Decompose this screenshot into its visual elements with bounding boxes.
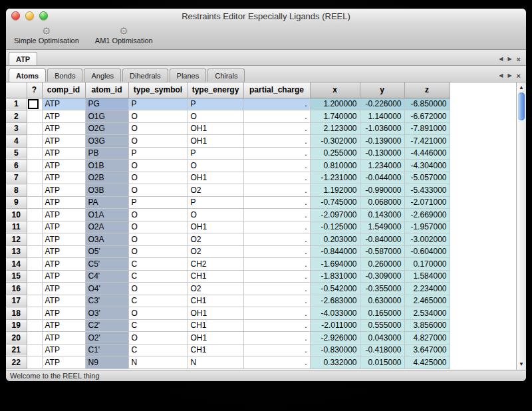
table-row[interactable]: 6 ATP O1B O O . 0.810000 1.234000 -4.304… (6, 160, 450, 172)
table-row[interactable]: 1 ATP PG P P . 1.200000 -0.226000 -6.850… (6, 98, 450, 110)
y-cell[interactable]: 0.143000 (360, 209, 404, 221)
check-cell[interactable] (27, 147, 42, 160)
z-cell[interactable]: 0.170000 (404, 258, 450, 271)
y-cell[interactable]: -0.044000 (360, 172, 404, 184)
y-cell[interactable]: -0.990000 (360, 184, 404, 197)
row-number-cell[interactable]: 14 (6, 258, 27, 271)
z-cell[interactable]: 4.827000 (404, 332, 450, 344)
row-number-cell[interactable]: 15 (6, 270, 27, 283)
atom-id-cell[interactable]: O5' (85, 245, 128, 258)
partial-charge-cell[interactable]: . (243, 196, 310, 209)
check-cell[interactable] (27, 270, 42, 283)
col-header-y[interactable]: y (360, 82, 404, 98)
check-cell[interactable] (27, 184, 42, 197)
type-energy-cell[interactable]: OH1 (188, 172, 243, 184)
col-header-x[interactable]: x (310, 82, 360, 98)
check-cell[interactable] (27, 283, 42, 295)
table-row[interactable]: 8 ATP O3B O O2 . 1.192000 -0.990000 -5.4… (6, 184, 450, 197)
row-number-cell[interactable]: 21 (6, 344, 27, 356)
check-cell[interactable] (27, 233, 42, 246)
comp-id-cell[interactable]: ATP (42, 245, 85, 258)
type-energy-cell[interactable]: O2 (188, 283, 243, 295)
y-cell[interactable]: -0.139000 (360, 135, 404, 148)
type-symbol-cell[interactable]: O (128, 135, 188, 148)
y-cell[interactable]: 1.140000 (360, 110, 404, 123)
x-cell[interactable]: 1.740000 (310, 110, 360, 123)
z-cell[interactable]: 3.856000 (404, 319, 450, 332)
row-number-cell[interactable]: 12 (6, 233, 27, 246)
type-symbol-cell[interactable]: O (128, 245, 188, 258)
atom-id-cell[interactable]: C3' (85, 295, 128, 307)
y-cell[interactable]: 0.260000 (360, 258, 404, 271)
partial-charge-cell[interactable]: . (243, 184, 310, 197)
atom-id-cell[interactable]: O2' (85, 332, 128, 344)
type-symbol-cell[interactable]: O (128, 283, 188, 295)
type-symbol-cell[interactable]: O (128, 233, 188, 246)
x-cell[interactable]: 0.203000 (310, 233, 360, 246)
table-row[interactable]: 21 ATP C1' C CH1 . -0.830000 -0.418000 3… (6, 344, 450, 356)
y-cell[interactable]: -0.226000 (360, 98, 404, 110)
z-cell[interactable]: -2.071000 (404, 196, 450, 209)
row-number-cell[interactable]: 13 (6, 245, 27, 258)
z-cell[interactable]: -5.057000 (404, 172, 450, 184)
row-number-cell[interactable]: 20 (6, 332, 27, 344)
partial-charge-cell[interactable]: . (243, 147, 310, 160)
table-row[interactable]: 13 ATP O5' O O2 . -0.844000 -0.587000 -0… (6, 245, 450, 258)
comp-id-cell[interactable]: ATP (42, 344, 85, 356)
table-row[interactable]: 2 ATP O1G O O . 1.740000 1.140000 -6.672… (6, 110, 450, 123)
col-header-atom-id[interactable]: atom_id (85, 82, 128, 98)
atom-id-cell[interactable]: O1A (85, 209, 128, 221)
z-cell[interactable]: 2.465000 (404, 295, 450, 307)
table-row[interactable]: 17 ATP C3' C CH1 . -2.683000 0.630000 2.… (6, 295, 450, 307)
tab-scroll-left-icon[interactable]: ◀ (499, 72, 503, 79)
type-symbol-cell[interactable]: O (128, 307, 188, 320)
table-row[interactable]: 12 ATP O3A O O2 . 0.203000 -0.840000 -3.… (6, 233, 450, 246)
zoom-window-button[interactable] (39, 11, 48, 20)
atom-id-cell[interactable]: PG (85, 98, 128, 110)
type-symbol-cell[interactable]: O (128, 184, 188, 197)
scroll-up-icon[interactable]: ▲ (517, 84, 526, 92)
x-cell[interactable]: -2.683000 (310, 295, 360, 307)
comp-id-cell[interactable]: ATP (42, 196, 85, 209)
type-energy-cell[interactable]: N (188, 356, 243, 369)
type-symbol-cell[interactable]: P (128, 196, 188, 209)
check-cell[interactable] (27, 160, 42, 172)
x-cell[interactable]: -0.844000 (310, 245, 360, 258)
atom-id-cell[interactable]: C5' (85, 258, 128, 271)
tab-atp[interactable]: ATP (9, 52, 37, 65)
type-energy-cell[interactable]: O (188, 160, 243, 172)
partial-charge-cell[interactable]: . (243, 135, 310, 148)
comp-id-cell[interactable]: ATP (42, 295, 85, 307)
table-row[interactable]: 16 ATP O4' O O2 . -0.542000 -0.355000 2.… (6, 283, 450, 295)
atom-id-cell[interactable]: N9 (85, 356, 128, 369)
table-row[interactable]: 7 ATP O2B O OH1 . -1.231000 -0.044000 -5… (6, 172, 450, 184)
comp-id-cell[interactable]: ATP (42, 221, 85, 233)
partial-charge-cell[interactable]: . (243, 221, 310, 233)
type-energy-cell[interactable]: CH1 (188, 344, 243, 356)
y-cell[interactable]: -0.418000 (360, 344, 404, 356)
row-number-cell[interactable]: 6 (6, 160, 27, 172)
am1-optimisation-button[interactable]: ⚙ AM1 Optimisation (91, 25, 157, 45)
y-cell[interactable]: 0.555000 (360, 319, 404, 332)
table-row[interactable]: 11 ATP O2A O OH1 . -0.125000 1.549000 -1… (6, 221, 450, 233)
x-cell[interactable]: -0.125000 (310, 221, 360, 233)
titlebar[interactable]: Restraints Editor Especially Ligands (RE… (6, 9, 526, 23)
type-energy-cell[interactable]: P (188, 196, 243, 209)
type-symbol-cell[interactable]: O (128, 332, 188, 344)
type-symbol-cell[interactable]: O (128, 110, 188, 123)
atom-id-cell[interactable]: O1B (85, 160, 128, 172)
partial-charge-cell[interactable]: . (243, 258, 310, 271)
partial-charge-cell[interactable]: . (243, 172, 310, 184)
table-row[interactable]: 18 ATP O3' O OH1 . -4.033000 0.165000 2.… (6, 307, 450, 320)
x-cell[interactable]: 2.123000 (310, 122, 360, 135)
z-cell[interactable]: 2.234000 (404, 283, 450, 295)
table-row[interactable]: 4 ATP O3G O OH1 . -0.302000 -0.139000 -7… (6, 135, 450, 148)
partial-charge-cell[interactable]: . (243, 270, 310, 283)
x-cell[interactable]: -1.231000 (310, 172, 360, 184)
x-cell[interactable]: 1.192000 (310, 184, 360, 197)
check-cell[interactable] (27, 258, 42, 271)
z-cell[interactable]: -4.304000 (404, 160, 450, 172)
check-cell[interactable] (27, 122, 42, 135)
x-cell[interactable]: -1.694000 (310, 258, 360, 271)
z-cell[interactable]: 1.584000 (404, 270, 450, 283)
